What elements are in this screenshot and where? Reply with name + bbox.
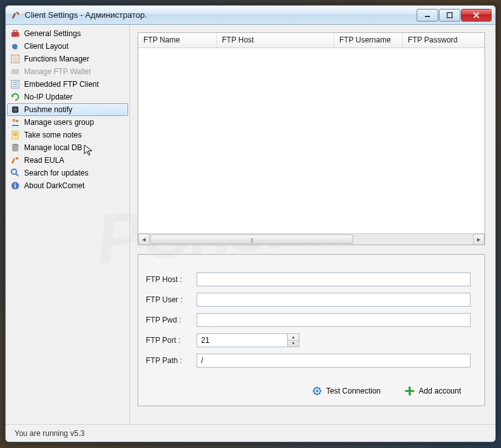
sidebar-item-general-settings[interactable]: General Settings	[7, 27, 128, 40]
close-button[interactable]	[461, 9, 491, 22]
ftp-port-input[interactable]	[197, 333, 288, 347]
column-ftp-name[interactable]: FTP Name	[138, 33, 217, 48]
sidebar-item-label: Manage FTP Wallet	[24, 67, 91, 76]
scroll-right-button[interactable]: ►	[473, 234, 485, 245]
sidebar-item-take-some-notes[interactable]: Take some notes	[7, 129, 128, 141]
ftp-pwd-label: FTP Pwd :	[146, 316, 197, 324]
titlebar[interactable]: Client Settings - Администратор.	[6, 6, 495, 25]
sidebar-item-embedded-ftp-client[interactable]: Embedded FTP Client	[7, 78, 128, 91]
search-icon	[10, 168, 20, 178]
sidebar-item-no-ip-updater[interactable]: No-IP Updater	[7, 91, 128, 103]
sidebar-item-manage-local-db[interactable]: Manage local DB	[7, 141, 128, 154]
scroll-left-button[interactable]: ◄	[138, 234, 150, 245]
gear-icon	[312, 386, 322, 396]
bell-icon	[10, 105, 20, 115]
svg-point-14	[16, 157, 18, 160]
column-ftp-password[interactable]: FTP Password	[403, 33, 485, 48]
sidebar-item-manage-users-group[interactable]: Manage users group	[7, 116, 128, 129]
ftp-pwd-input[interactable]	[197, 313, 471, 327]
ftp-form: FTP Host : FTP User : FTP Pwd : FTP Port…	[138, 254, 485, 406]
svg-rect-2	[11, 32, 19, 37]
svg-rect-0	[425, 16, 430, 17]
svg-rect-6	[11, 69, 19, 74]
sidebar: General SettingsClient LayoutFunctions M…	[6, 25, 130, 424]
svg-point-19	[316, 390, 318, 392]
horizontal-scrollbar[interactable]: ◄ ►	[138, 233, 485, 245]
test-connection-label: Test Connection	[326, 387, 381, 395]
status-text: You are running v5.3	[15, 429, 84, 438]
sidebar-item-label: No-IP Updater	[24, 93, 72, 101]
plus-icon	[405, 386, 415, 396]
sidebar-item-functions-manager[interactable]: Functions Manager	[7, 53, 128, 65]
ftp-user-input[interactable]	[197, 293, 471, 307]
scroll-thumb[interactable]	[150, 234, 353, 244]
column-ftp-host[interactable]: FTP Host	[217, 33, 334, 48]
port-spinner-down[interactable]: ▼	[288, 341, 299, 347]
sidebar-item-label: Search for updates	[24, 169, 88, 177]
ftp-icon	[10, 79, 20, 89]
test-connection-button[interactable]: Test Connection	[306, 383, 386, 399]
ftp-host-label: FTP Host :	[146, 275, 197, 284]
statusbar: You are running v5.3	[6, 424, 495, 442]
svg-point-15	[11, 169, 16, 174]
sidebar-item-read-eula[interactable]: Read EULA	[7, 154, 128, 167]
sidebar-item-label: General Settings	[24, 29, 81, 38]
svg-rect-3	[13, 30, 17, 32]
ftp-user-label: FTP User :	[146, 295, 197, 304]
users-icon	[10, 117, 20, 127]
sidebar-item-label: Read EULA	[24, 156, 64, 165]
sidebar-item-search-for-updates[interactable]: Search for updates	[7, 167, 128, 179]
add-account-label: Add account	[419, 387, 461, 395]
main-panel: PCrisk.com FTP Name FTP Host FTP Usernam…	[130, 25, 495, 424]
svg-point-9	[13, 108, 17, 112]
svg-text:i: i	[15, 182, 16, 189]
sidebar-item-pushme-notify[interactable]: Pushme notify	[7, 103, 128, 116]
list-icon	[10, 54, 20, 64]
layout-icon	[10, 41, 20, 51]
wallet-icon	[10, 67, 20, 77]
window-title: Client Settings - Администратор.	[25, 10, 417, 20]
svg-point-10	[13, 119, 16, 122]
svg-point-11	[16, 120, 18, 122]
note-icon	[10, 130, 20, 140]
ftp-port-label: FTP Port :	[146, 336, 197, 345]
toolkit-icon	[10, 29, 20, 39]
ftp-host-input[interactable]	[197, 272, 471, 286]
svg-rect-12	[12, 131, 18, 139]
sidebar-item-label: Take some notes	[24, 131, 82, 139]
maximize-button[interactable]	[439, 9, 460, 22]
sidebar-item-about-darkcomet[interactable]: iAbout DarkComet	[7, 179, 128, 192]
ftp-table: FTP Name FTP Host FTP Username FTP Passw…	[138, 32, 485, 245]
sidebar-item-label: Manage users group	[24, 118, 94, 127]
doc-icon	[10, 155, 20, 165]
refresh-icon	[10, 92, 20, 102]
sidebar-item-label: Pushme notify	[24, 105, 72, 114]
about-icon: i	[10, 181, 20, 191]
ftp-path-input[interactable]	[197, 354, 471, 368]
minimize-button[interactable]	[417, 9, 438, 22]
add-account-button[interactable]: Add account	[399, 383, 467, 399]
port-spinner-up[interactable]: ▲	[288, 334, 299, 341]
sidebar-item-label: Client Layout	[24, 42, 68, 51]
db-icon	[10, 143, 20, 153]
app-icon	[11, 10, 21, 20]
column-ftp-username[interactable]: FTP Username	[334, 33, 403, 48]
port-spinner[interactable]: ▲ ▼	[288, 333, 299, 347]
sidebar-item-label: Embedded FTP Client	[24, 80, 99, 89]
sidebar-item-client-layout[interactable]: Client Layout	[7, 40, 128, 53]
svg-rect-1	[447, 13, 452, 18]
sidebar-item-manage-ftp-wallet: Manage FTP Wallet	[7, 65, 128, 78]
sidebar-item-label: About DarkComet	[24, 181, 84, 190]
sidebar-item-label: Functions Manager	[24, 54, 89, 63]
sidebar-item-label: Manage local DB	[24, 143, 82, 152]
ftp-path-label: FTP Path :	[146, 356, 197, 365]
